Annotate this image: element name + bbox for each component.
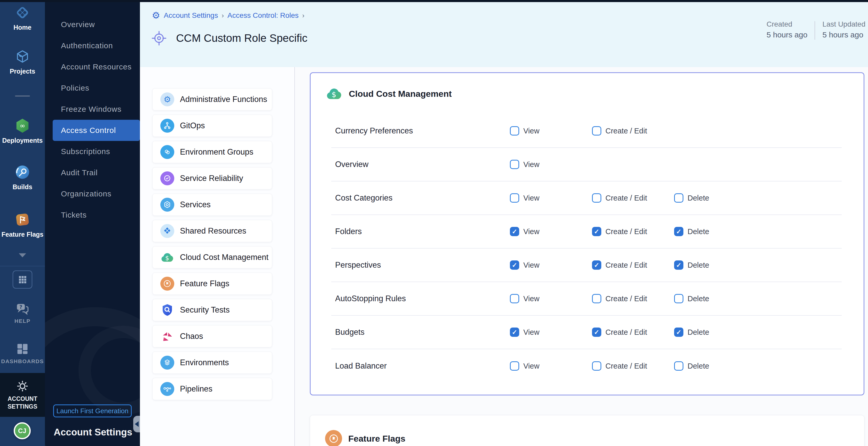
svg-text:?: ?	[19, 304, 23, 310]
resource-card-administrative-functions[interactable]: ⚙ Administrative Functions	[152, 88, 272, 110]
grid-icon	[18, 275, 27, 284]
module-grid-button[interactable]	[13, 270, 32, 289]
resource-icon	[160, 329, 174, 343]
module-item-feature-flags[interactable]: Feature Flags	[0, 212, 45, 238]
sidebar-item-account-resources[interactable]: Account Resources	[45, 56, 140, 77]
checkbox-budgets-delete[interactable]: Delete	[674, 327, 756, 337]
resource-card-gitops[interactable]: GitOps	[152, 115, 272, 137]
checkbox-label: View	[523, 127, 539, 135]
checkbox-box	[510, 361, 519, 371]
resource-label: Environments	[180, 358, 229, 367]
help-button[interactable]: ? HELP	[0, 302, 45, 324]
page-header: ⚙ Account Settings›Access Control: Roles…	[140, 2, 868, 67]
checkbox-cost-categories-delete[interactable]: Delete	[674, 193, 756, 202]
checkbox-budgets-create-edit[interactable]: Create / Edit	[592, 327, 674, 337]
resource-card-shared-resources[interactable]: Shared Resources	[152, 220, 272, 242]
checkbox-box	[510, 227, 519, 236]
created-block: Created 5 hours ago	[767, 20, 807, 39]
checkbox-overview-view[interactable]: View	[510, 160, 592, 169]
module-icon-slot	[14, 212, 30, 228]
sidebar-item-subscriptions[interactable]: Subscriptions	[45, 141, 140, 162]
resource-label: Administrative Functions	[180, 95, 267, 104]
dashboards-button[interactable]: DASHBOARDS	[0, 342, 45, 364]
permission-row-label: Folders	[331, 227, 510, 236]
checkbox-load-balancer-view[interactable]: View	[510, 361, 592, 371]
module-item-builds[interactable]: Builds	[0, 164, 45, 191]
resource-icon	[160, 382, 174, 396]
checkbox-box	[592, 294, 601, 303]
checkbox-load-balancer-delete[interactable]: Delete	[674, 361, 756, 371]
breadcrumb-link-access-control-roles[interactable]: Access Control: Roles	[227, 11, 299, 20]
module-item-home[interactable]: Home	[0, 5, 45, 31]
module-item-projects[interactable]: Projects	[0, 49, 45, 75]
launch-first-generation-button[interactable]: Launch First Generation	[53, 405, 132, 417]
checkbox-load-balancer-create-edit[interactable]: Create / Edit	[592, 361, 674, 371]
svg-text:∞: ∞	[20, 122, 25, 130]
module-item-deployments[interactable]: ∞ Deployments	[0, 118, 45, 144]
chevron-down-icon[interactable]	[18, 252, 27, 259]
checkbox-label: Create / Edit	[606, 362, 647, 371]
permission-slots: View Create / Edit Delete	[510, 361, 756, 371]
permission-row: Cost Categories View Create / Edit Delet…	[331, 182, 842, 215]
checkbox-label: Delete	[687, 227, 709, 236]
checkbox-autostopping-rules-create-edit[interactable]: Create / Edit	[592, 294, 674, 303]
resource-card-security-tests[interactable]: Security Tests	[152, 299, 272, 321]
account-settings-label: ACCOUNTSETTINGS	[7, 395, 37, 411]
resource-card-environment-groups[interactable]: Environment Groups	[152, 141, 272, 163]
sidebar-item-access-control[interactable]: Access Control	[53, 120, 140, 141]
checkbox-cost-categories-create-edit[interactable]: Create / Edit	[592, 193, 674, 202]
section-title: Cloud Cost Management	[349, 89, 452, 99]
checkbox-perspectives-create-edit[interactable]: Create / Edit	[592, 260, 674, 270]
feature-flags-icon	[325, 430, 342, 446]
created-label: Created	[767, 20, 807, 28]
collapse-nav-button[interactable]	[133, 416, 140, 432]
checkbox-label: Create / Edit	[606, 328, 647, 337]
checkbox-label: View	[523, 227, 539, 236]
checkbox-label: View	[523, 160, 539, 169]
resource-label: Chaos	[180, 332, 203, 341]
cloud-cost-icon: $	[326, 85, 343, 102]
checkbox-autostopping-rules-delete[interactable]: Delete	[674, 294, 756, 303]
resource-card-environments[interactable]: Environments	[152, 352, 272, 374]
sidebar-item-freeze-windows[interactable]: Freeze Windows	[45, 99, 140, 120]
checkbox-folders-create-edit[interactable]: Create / Edit	[592, 227, 674, 236]
resource-label: Security Tests	[180, 305, 229, 315]
ccm-permissions-panel: $ Cloud Cost Management Currency Prefere…	[310, 72, 864, 395]
sidebar-item-authentication[interactable]: Authentication	[45, 35, 140, 56]
checkbox-box	[674, 260, 683, 270]
resource-card-service-reliability[interactable]: Service Reliability	[152, 167, 272, 189]
checkbox-currency-preferences-view[interactable]: View	[510, 126, 592, 135]
sidebar-item-tickets[interactable]: Tickets	[45, 204, 140, 226]
breadcrumb-link-account-settings[interactable]: Account Settings	[164, 11, 218, 20]
checkbox-folders-view[interactable]: View	[510, 227, 592, 236]
resource-card-pipelines[interactable]: Pipelines	[152, 378, 272, 400]
permission-row: AutoStopping Rules View Create / Edit De…	[331, 282, 842, 316]
checkbox-currency-preferences-create-edit[interactable]: Create / Edit	[592, 126, 674, 135]
resource-card-feature-flags[interactable]: Feature Flags	[152, 273, 272, 295]
module-divider	[15, 95, 30, 97]
checkbox-perspectives-delete[interactable]: Delete	[674, 260, 756, 270]
cloud-cost-icon: $	[160, 250, 174, 264]
checkbox-perspectives-view[interactable]: View	[510, 260, 592, 270]
account-settings-button[interactable]: ACCOUNTSETTINGS	[0, 373, 45, 417]
resource-card-services[interactable]: Services	[152, 194, 272, 216]
sidebar-item-policies[interactable]: Policies	[45, 77, 140, 99]
environments-icon	[160, 356, 174, 370]
sidebar-item-organizations[interactable]: Organizations	[45, 183, 140, 204]
settings-nav-items: OverviewAuthenticationAccount ResourcesP…	[45, 14, 140, 226]
checkbox-box	[674, 327, 683, 337]
feature-flags-panel: Feature Flags	[310, 415, 864, 446]
permission-row: Folders View Create / Edit Delete	[331, 215, 842, 249]
resource-card-chaos[interactable]: Chaos	[152, 325, 272, 347]
sidebar-item-audit-trail[interactable]: Audit Trail	[45, 162, 140, 183]
resource-card-cloud-cost-management[interactable]: $ Cloud Cost Management	[152, 246, 272, 268]
checkbox-autostopping-rules-view[interactable]: View	[510, 294, 592, 303]
permission-rows: Currency Preferences View Create / Edit …	[311, 114, 864, 383]
checkbox-budgets-view[interactable]: View	[510, 327, 592, 337]
sidebar-item-overview[interactable]: Overview	[45, 14, 140, 35]
module-label: Deployments	[2, 137, 43, 144]
user-avatar[interactable]: CJ	[14, 422, 31, 439]
resource-list: ⚙ Administrative Functions GitOps Enviro…	[140, 67, 295, 446]
checkbox-cost-categories-view[interactable]: View	[510, 193, 592, 202]
checkbox-folders-delete[interactable]: Delete	[674, 227, 756, 236]
